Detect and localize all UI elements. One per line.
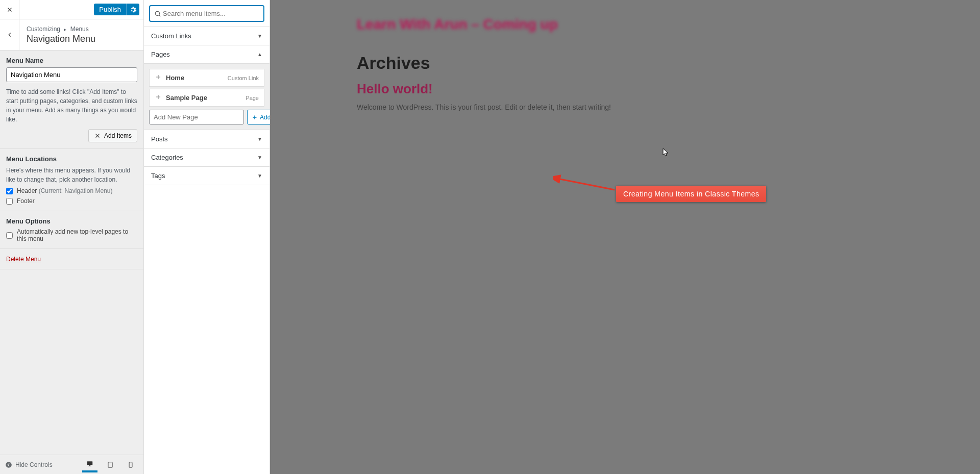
annotation-callout: Creating Menu Items in Classic Themes (616, 186, 766, 202)
accordion-tags: Tags ▼ (144, 166, 270, 185)
location-item: Footer (6, 197, 137, 205)
sidebar-header: Publish (0, 0, 143, 19)
add-items-label: Add Items (104, 132, 132, 139)
location-checkbox[interactable] (6, 198, 13, 205)
device-tablet-button[interactable] (103, 457, 118, 472)
close-icon (94, 132, 101, 139)
page-item-label: Sample Page (166, 94, 207, 102)
add-items-button[interactable]: Add Items (88, 129, 137, 142)
svg-point-6 (155, 11, 159, 15)
location-label: Header (17, 187, 39, 194)
accordion-label: Custom Links (151, 32, 191, 40)
location-item: Header (Current: Navigation Menu) (6, 187, 137, 194)
accordion-pages: Pages ▲ HomeCustom LinkSample PagePage A… (144, 45, 270, 130)
back-button[interactable] (0, 19, 19, 50)
breadcrumb-row: Customizing ▸ Menus Navigation Menu (0, 19, 143, 51)
accordion-label: Pages (151, 51, 170, 58)
cursor-icon (663, 148, 670, 159)
svg-rect-5 (129, 462, 132, 467)
accordion-posts: Posts ▼ (144, 130, 270, 148)
location-label: Footer (17, 197, 35, 205)
search-box[interactable] (149, 5, 264, 22)
page-title: Navigation Menu (27, 34, 95, 44)
menu-name-section: Menu Name Time to add some links! Click … (0, 51, 143, 149)
mobile-icon (127, 461, 134, 468)
chevron-down-icon: ▼ (257, 173, 262, 179)
add-items-panel: Custom Links ▼ Pages ▲ HomeCustom LinkSa… (144, 0, 270, 474)
device-toggles (82, 457, 138, 472)
chevron-left-icon (6, 31, 13, 38)
location-current: (Current: Navigation Menu) (39, 187, 113, 194)
svg-point-0 (6, 462, 12, 468)
svg-rect-4 (108, 462, 112, 467)
accordion-header-posts[interactable]: Posts ▼ (144, 130, 270, 148)
tablet-icon (107, 461, 114, 468)
svg-rect-1 (87, 461, 93, 465)
add-new-page-field[interactable] (149, 110, 244, 124)
desktop-icon (86, 460, 93, 467)
menu-name-field[interactable] (6, 67, 137, 82)
annotation-arrow (553, 173, 620, 194)
sidebar-footer: Hide Controls (0, 455, 143, 474)
accordion-header-custom-links[interactable]: Custom Links ▼ (144, 27, 270, 45)
menu-name-description: Time to add some links! Click "Add Items… (6, 87, 137, 124)
plus-icon (252, 114, 258, 120)
chevron-down-icon: ▼ (257, 155, 262, 160)
menu-options-section: Menu Options Automatically add new top-l… (0, 211, 143, 249)
breadcrumb: Customizing ▸ Menus (27, 26, 95, 33)
accordion-custom-links: Custom Links ▼ (144, 27, 270, 45)
location-checkbox[interactable] (6, 188, 13, 194)
chevron-up-icon: ▲ (257, 52, 262, 57)
publish-settings-button[interactable] (126, 4, 139, 15)
page-item[interactable]: Sample PagePage (149, 89, 264, 107)
preview-area: Learn With Arun – Coming up Archives Hel… (270, 0, 980, 474)
accordion-header-pages[interactable]: Pages ▲ (144, 45, 270, 63)
svg-line-7 (557, 179, 615, 190)
hide-controls-label: Hide Controls (15, 461, 53, 468)
device-mobile-button[interactable] (123, 457, 138, 472)
menu-locations-section: Menu Locations Here's where this menu ap… (0, 149, 143, 211)
menu-options-title: Menu Options (6, 217, 137, 225)
search-icon (154, 10, 161, 17)
menu-locations-description: Here's where this menu appears. If you w… (6, 166, 137, 184)
chevron-down-icon: ▼ (257, 33, 262, 39)
menu-locations-title: Menu Locations (6, 155, 137, 163)
page-item-label: Home (166, 74, 184, 82)
plus-icon (155, 93, 162, 102)
accordion-body-pages: HomeCustom LinkSample PagePage Add (144, 63, 270, 130)
device-desktop-button[interactable] (82, 457, 97, 472)
search-input[interactable] (161, 8, 259, 19)
plus-icon (155, 73, 162, 82)
accordion-header-tags[interactable]: Tags ▼ (144, 167, 270, 185)
auto-add-checkbox[interactable] (6, 232, 13, 239)
page-item[interactable]: HomeCustom Link (149, 69, 264, 87)
chevron-down-icon: ▼ (257, 136, 262, 142)
accordion-label: Tags (151, 172, 165, 180)
chevron-right-icon: ▸ (64, 27, 66, 32)
add-button-label: Add (260, 114, 271, 121)
page-item-type: Custom Link (228, 75, 259, 81)
breadcrumb-parent[interactable]: Menus (70, 26, 89, 33)
accordion-label: Categories (151, 154, 183, 161)
accordion-header-categories[interactable]: Categories ▼ (144, 148, 270, 166)
delete-section: Delete Menu (0, 249, 143, 269)
preview-overlay (270, 0, 980, 474)
auto-add-label: Automatically add new top-level pages to… (17, 228, 137, 242)
hide-controls-button[interactable]: Hide Controls (5, 461, 53, 468)
publish-button[interactable]: Publish (94, 4, 126, 15)
delete-menu-link[interactable]: Delete Menu (6, 256, 41, 263)
svg-rect-3 (88, 466, 91, 466)
breadcrumb-root: Customizing (27, 26, 60, 33)
accordion-categories: Categories ▼ (144, 148, 270, 167)
customizer-sidebar: Publish Customizing ▸ Menus Navigation M… (0, 0, 144, 474)
close-icon (6, 6, 13, 13)
accordion-label: Posts (151, 135, 168, 143)
page-item-type: Page (246, 95, 259, 101)
menu-name-label: Menu Name (6, 57, 137, 64)
collapse-left-icon (5, 461, 12, 468)
close-button[interactable] (0, 0, 19, 19)
svg-rect-2 (89, 465, 90, 465)
gear-icon (130, 6, 137, 13)
